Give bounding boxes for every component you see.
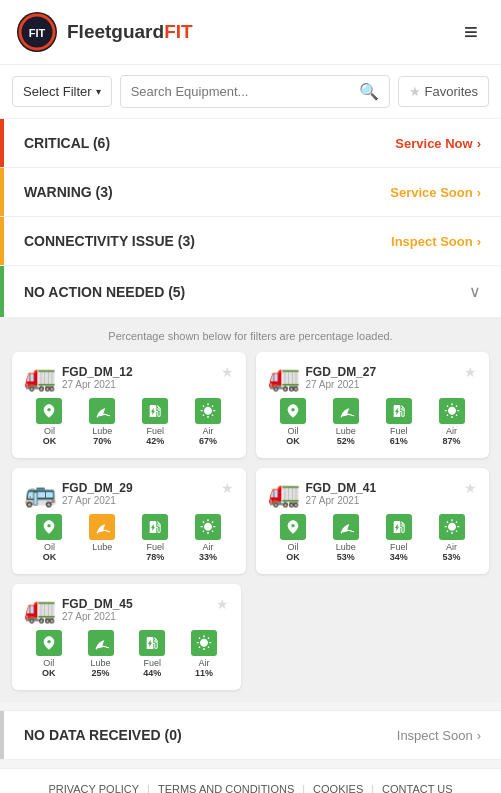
air-icon bbox=[439, 514, 465, 540]
search-icon: 🔍 bbox=[359, 82, 379, 101]
vehicle-truck-icon: 🚛 bbox=[268, 480, 300, 506]
card-text-info: FGD_DM_27 27 Apr 2021 bbox=[306, 365, 377, 390]
logo-svg: FIT bbox=[15, 10, 59, 54]
warning-title: WARNING (3) bbox=[20, 184, 113, 200]
search-input-wrapper: 🔍 bbox=[120, 75, 390, 108]
connectivity-action-label: Inspect Soon bbox=[391, 234, 473, 249]
lube-icon bbox=[89, 398, 115, 424]
footer-cookies-link[interactable]: COOKIES bbox=[313, 783, 363, 793]
no-data-title: NO DATA RECEIVED (0) bbox=[20, 727, 182, 743]
search-input[interactable] bbox=[131, 84, 359, 99]
oil-value: OK bbox=[268, 436, 319, 446]
warning-action-label: Service Soon bbox=[390, 185, 472, 200]
card-date: 27 Apr 2021 bbox=[62, 379, 133, 390]
air-label: Air bbox=[426, 426, 477, 436]
air-value: 11% bbox=[179, 668, 229, 678]
oil-label: Oil bbox=[24, 426, 75, 436]
footer-privacy-link[interactable]: PRIVACY POLICY bbox=[48, 783, 139, 793]
filter-air: Air 53% bbox=[426, 514, 477, 562]
card-header: 🚌 FGD_DM_29 27 Apr 2021 ★ bbox=[24, 480, 234, 506]
no-data-action: Inspect Soon › bbox=[397, 728, 481, 743]
card-fgd-dm-45: 🚛 FGD_DM_45 27 Apr 2021 ★ Oil OK Lu bbox=[12, 584, 241, 690]
svg-text:FIT: FIT bbox=[29, 27, 46, 39]
filter-air: Air 11% bbox=[179, 630, 229, 678]
vehicle-truck-icon: 🚛 bbox=[268, 364, 300, 390]
fuel-icon bbox=[142, 514, 168, 540]
card-date: 27 Apr 2021 bbox=[306, 495, 377, 506]
footer-terms-link[interactable]: TERMS AND CONDITIONS bbox=[158, 783, 294, 793]
section-no-action[interactable]: NO ACTION NEEDED (5) ∨ bbox=[0, 266, 501, 318]
card-fgd-dm-12: 🚛 FGD_DM_12 27 Apr 2021 ★ Oil OK bbox=[12, 352, 246, 458]
filter-oil: Oil OK bbox=[268, 398, 319, 446]
connectivity-action: Inspect Soon › bbox=[391, 234, 481, 249]
card-star-icon[interactable]: ★ bbox=[216, 596, 229, 612]
section-warning[interactable]: WARNING (3) Service Soon › bbox=[0, 168, 501, 217]
hamburger-menu-button[interactable]: ≡ bbox=[456, 14, 486, 50]
card-text-info: FGD_DM_12 27 Apr 2021 bbox=[62, 365, 133, 390]
connectivity-left-border bbox=[0, 217, 4, 265]
logo-icon: FIT bbox=[15, 10, 59, 54]
footer-contact-link[interactable]: CONTACT US bbox=[382, 783, 453, 793]
filters-row: Oil OK Lube Fuel 78% bbox=[24, 514, 234, 562]
air-label: Air bbox=[183, 542, 234, 552]
section-no-data[interactable]: NO DATA RECEIVED (0) Inspect Soon › bbox=[0, 710, 501, 760]
card-name: FGD_DM_29 bbox=[62, 481, 133, 495]
oil-value: OK bbox=[24, 552, 75, 562]
filter-oil: Oil OK bbox=[24, 514, 75, 562]
filter-air: Air 33% bbox=[183, 514, 234, 562]
card-header: 🚛 FGD_DM_41 27 Apr 2021 ★ bbox=[268, 480, 478, 506]
fuel-icon bbox=[142, 398, 168, 424]
filter-oil: Oil OK bbox=[268, 514, 319, 562]
connectivity-chevron-icon: › bbox=[477, 234, 481, 249]
oil-value: OK bbox=[24, 436, 75, 446]
filter-button[interactable]: Select Filter ▾ bbox=[12, 76, 112, 107]
air-label: Air bbox=[179, 658, 229, 668]
card-star-icon[interactable]: ★ bbox=[464, 364, 477, 380]
oil-icon bbox=[280, 398, 306, 424]
card-star-icon[interactable]: ★ bbox=[221, 480, 234, 496]
logo-text: FleetguardFIT bbox=[67, 21, 193, 43]
card-fgd-dm-27: 🚛 FGD_DM_27 27 Apr 2021 ★ Oil OK bbox=[256, 352, 490, 458]
fuel-label: Fuel bbox=[373, 426, 424, 436]
card-vehicle-info: 🚛 FGD_DM_45 27 Apr 2021 bbox=[24, 596, 133, 622]
card-header: 🚛 FGD_DM_45 27 Apr 2021 ★ bbox=[24, 596, 229, 622]
filter-fuel: Fuel 78% bbox=[130, 514, 181, 562]
air-icon bbox=[195, 514, 221, 540]
oil-icon bbox=[36, 398, 62, 424]
filters-row: Oil OK Lube 52% Fuel 61% bbox=[268, 398, 478, 446]
card-date: 27 Apr 2021 bbox=[306, 379, 377, 390]
section-critical[interactable]: CRITICAL (6) Service Now › bbox=[0, 119, 501, 168]
favorites-button[interactable]: ★ Favorites bbox=[398, 76, 489, 107]
no-action-action: ∨ bbox=[469, 282, 481, 301]
filter-lube: Lube bbox=[77, 514, 128, 562]
card-fgd-dm-29: 🚌 FGD_DM_29 27 Apr 2021 ★ Oil OK bbox=[12, 468, 246, 574]
no-action-title: NO ACTION NEEDED (5) bbox=[20, 284, 185, 300]
card-header: 🚛 FGD_DM_27 27 Apr 2021 ★ bbox=[268, 364, 478, 390]
air-value: 87% bbox=[426, 436, 477, 446]
filters-row: Oil OK Lube 53% Fuel 34% bbox=[268, 514, 478, 562]
card-fgd-dm-41: 🚛 FGD_DM_41 27 Apr 2021 ★ Oil OK bbox=[256, 468, 490, 574]
oil-icon bbox=[280, 514, 306, 540]
section-connectivity[interactable]: CONNECTIVITY ISSUE (3) Inspect Soon › bbox=[0, 217, 501, 266]
card-date: 27 Apr 2021 bbox=[62, 611, 133, 622]
oil-label: Oil bbox=[24, 658, 74, 668]
percentage-note: Percentage shown below for filters are p… bbox=[12, 330, 489, 342]
filter-lube: Lube 25% bbox=[76, 630, 126, 678]
lube-value: 53% bbox=[320, 552, 371, 562]
fuel-label: Fuel bbox=[130, 542, 181, 552]
vehicle-truck-icon: 🚛 bbox=[24, 364, 56, 390]
card-star-icon[interactable]: ★ bbox=[221, 364, 234, 380]
card-text-info: FGD_DM_29 27 Apr 2021 bbox=[62, 481, 133, 506]
card-star-icon[interactable]: ★ bbox=[464, 480, 477, 496]
card-name: FGD_DM_12 bbox=[62, 365, 133, 379]
card-header: 🚛 FGD_DM_12 27 Apr 2021 ★ bbox=[24, 364, 234, 390]
air-value: 67% bbox=[183, 436, 234, 446]
footer-sep-3: | bbox=[371, 783, 374, 793]
fuel-value: 42% bbox=[130, 436, 181, 446]
filter-fuel: Fuel 61% bbox=[373, 398, 424, 446]
fuel-value: 78% bbox=[130, 552, 181, 562]
filter-fuel: Fuel 42% bbox=[130, 398, 181, 446]
lube-label: Lube bbox=[77, 542, 128, 552]
filter-air: Air 87% bbox=[426, 398, 477, 446]
logo-area: FIT FleetguardFIT bbox=[15, 10, 193, 54]
